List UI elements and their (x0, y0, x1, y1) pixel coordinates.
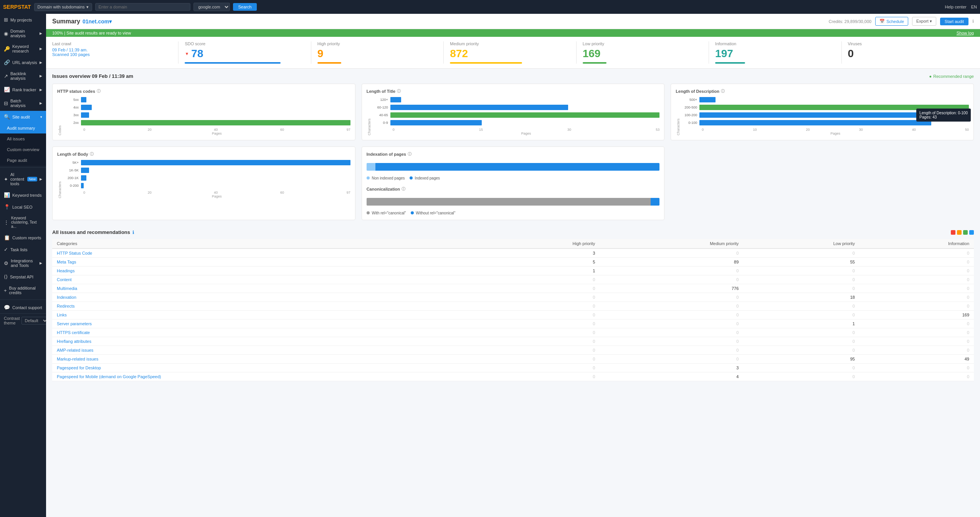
language-selector[interactable]: EN (971, 5, 977, 9)
sidebar-item-keyword-research[interactable]: 🔑 Keyword research ▶ (0, 41, 46, 56)
sidebar-item-keyword-trends[interactable]: 📊 Keyword trends (0, 189, 46, 201)
col-header-info: Information (859, 239, 974, 249)
info-priority-cell: 0 (859, 302, 974, 311)
category-cell[interactable]: Pagespeed for Mobile (demand on Google P… (52, 372, 480, 381)
bars-area: 120+ 60-120 (371, 97, 660, 135)
category-cell[interactable]: Headings (52, 267, 480, 275)
high-priority-bar (317, 62, 341, 64)
bar (81, 97, 86, 102)
domain-icon: ◉ (4, 31, 8, 36)
high-priority-cell: 0 (480, 275, 600, 284)
col-header-categories: Categories (52, 239, 480, 249)
sidebar-item-buy-credits[interactable]: + Buy additional credits (0, 283, 46, 298)
sidebar-item-page-audit[interactable]: Page audit (0, 155, 46, 166)
search-button[interactable]: Search (233, 3, 257, 11)
category-cell[interactable]: Indexation (52, 293, 480, 302)
category-cell[interactable]: AMP-related issues (52, 346, 480, 355)
low-priority-cell: 0 (743, 337, 859, 346)
info-icon[interactable]: ⓘ (90, 151, 94, 157)
chevron-down-icon: ▾ (40, 115, 42, 119)
domain-input[interactable] (95, 3, 190, 11)
start-audit-button[interactable]: Start audit (940, 18, 968, 25)
without-canonical-segment (651, 198, 659, 206)
bar-label: 0-200 (62, 184, 81, 188)
bar (81, 168, 89, 173)
sidebar-item-all-issues[interactable]: All issues (0, 133, 46, 144)
category-cell[interactable]: HTTP Status Code (52, 249, 480, 258)
bar-row: 0-200 (62, 183, 350, 188)
category-cell[interactable]: Server parameters (52, 319, 480, 328)
category-cell[interactable]: Markup-related issues (52, 355, 480, 364)
bar-container: Length of Description: 0-100 Pages: 43 (699, 120, 969, 125)
sidebar-item-backlink-analysis[interactable]: ↗ Backlink analysis ▶ (0, 68, 46, 84)
sidebar-item-audit-summary[interactable]: Audit summary (0, 123, 46, 133)
high-priority-cell: 0 (480, 293, 600, 302)
last-crawl-pages: Scanned 100 pages (52, 52, 172, 57)
category-cell[interactable]: Links (52, 311, 480, 319)
category-cell[interactable]: HTTPS certificate (52, 328, 480, 337)
sidebar-label: AI content tools (10, 172, 24, 186)
sidebar-item-local-seo[interactable]: 📍 Local SEO (0, 201, 46, 213)
canonical-legend: With rel="canonical" Without rel="canoni… (367, 211, 660, 215)
bar-label: 5xx (62, 98, 81, 102)
sidebar-item-contact-support[interactable]: 💬 Contact support (0, 301, 46, 313)
col-header-low: Low priority (743, 239, 859, 249)
sidebar-item-ai-content[interactable]: ✦ AI content tools New ▶ (0, 169, 46, 189)
main-layout: ⊞ My projects ◉ Domain analysis ▶ 🔑 Keyw… (0, 14, 980, 517)
category-cell[interactable]: Hreflang attributes (52, 337, 480, 346)
info-icon[interactable]: ⓘ (402, 186, 405, 192)
last-crawl-label: Last crawl (52, 41, 172, 46)
sidebar-item-domain-analysis[interactable]: ◉ Domain analysis ▶ (0, 26, 46, 41)
show-log-link[interactable]: Show log (957, 31, 974, 35)
info-icon[interactable]: ⓘ (408, 151, 412, 157)
help-center-link[interactable]: Help center (945, 5, 966, 9)
sidebar-item-integrations[interactable]: ⚙ Integrations and Tools ▶ (0, 255, 46, 271)
sidebar-item-rank-tracker[interactable]: 📈 Rank tracker ▶ (0, 84, 46, 95)
table-row: Hreflang attributes0000 (52, 337, 974, 346)
y-axis-label: Characters (57, 160, 62, 198)
export-button[interactable]: Export ▾ (912, 17, 936, 26)
schedule-button[interactable]: 📅 Schedule (875, 17, 908, 26)
sidebar-item-custom-reports[interactable]: 📋 Custom reports (0, 232, 46, 244)
low-priority-dot (963, 230, 968, 235)
medium-priority-cell: 4 (600, 372, 743, 381)
category-cell[interactable]: Redirects (52, 302, 480, 311)
category-cell[interactable]: Multimedia (52, 284, 480, 293)
category-cell[interactable]: Meta Tags (52, 258, 480, 267)
url-icon: 🔗 (4, 59, 10, 65)
dropdown-arrow: ▾ (109, 18, 112, 25)
indexed-segment (375, 163, 660, 171)
domain-link[interactable]: 01net.com▾ (83, 18, 112, 25)
medium-priority-cell: 776 (600, 284, 743, 293)
bar-container (81, 120, 350, 125)
info-icon[interactable]: ⓘ (97, 89, 101, 94)
google-select[interactable]: google.com (193, 3, 230, 11)
info-icon[interactable]: ⓘ (397, 89, 401, 94)
high-priority-label: High priority (317, 41, 437, 46)
sidebar-item-task-lists[interactable]: ✓ Task lists (0, 244, 46, 255)
tooltip: Length of Description: 0-100 Pages: 43 (916, 109, 971, 122)
sdo-label: SDO score (185, 41, 304, 46)
contrast-theme-select[interactable]: Default Contrast Dark (21, 317, 46, 324)
sidebar-item-keyword-clustering[interactable]: ⋮ Keyword clustering, Text a... (0, 213, 46, 232)
sidebar-item-serpstat-api[interactable]: ⟨⟩ Serpstat API (0, 271, 46, 283)
low-priority-cell: 95 (743, 355, 859, 364)
bar-container (390, 120, 660, 125)
sidebar-item-site-audit[interactable]: 🔍 Site audit ▾ (0, 111, 46, 123)
sidebar-item-url-analysis[interactable]: 🔗 URL analysis ▶ (0, 56, 46, 68)
category-cell[interactable]: Content (52, 275, 480, 284)
bars-area: 500+ 200-500 (680, 97, 969, 135)
sidebar-item-custom-overview[interactable]: Custom overview (0, 144, 46, 155)
logo: SERPSTAT (3, 4, 31, 10)
sidebar-item-my-projects[interactable]: ⊞ My projects (0, 14, 46, 26)
recommended-range-label: Recommended range (933, 74, 974, 79)
medium-priority-cell: 0 (600, 319, 743, 328)
info-icon[interactable]: ⓘ (721, 89, 725, 94)
sidebar-item-batch-analysis[interactable]: ⊟ Batch analysis ▶ (0, 95, 46, 111)
category-cell[interactable]: Pagespeed for Desktop (52, 364, 480, 372)
domain-selector[interactable]: Domain with subdomains ▾ (34, 3, 92, 11)
site-audit-icon: 🔍 (4, 114, 10, 120)
low-priority-cell: 0 (743, 275, 859, 284)
sidebar-label: Site audit (12, 115, 30, 119)
sidebar-label: Rank tracker (12, 87, 36, 92)
